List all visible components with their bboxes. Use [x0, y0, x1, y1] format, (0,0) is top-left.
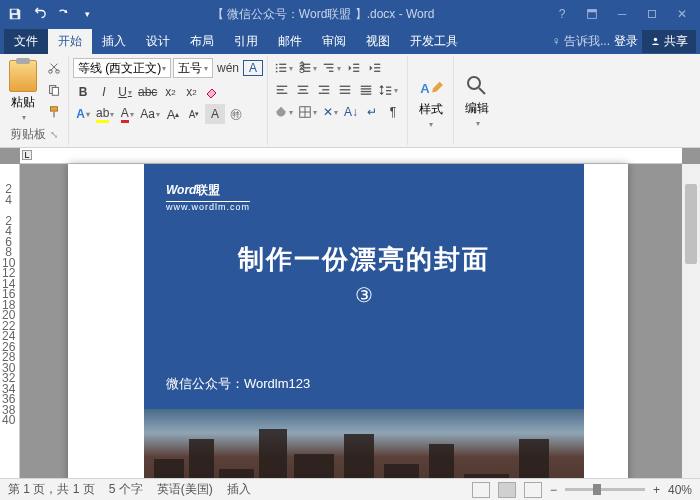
align-justify-button[interactable] — [335, 80, 355, 100]
underline-button[interactable]: U▾ — [115, 82, 135, 102]
clear-format-button[interactable] — [202, 82, 222, 102]
tell-me[interactable]: ♀ 告诉我... — [552, 33, 610, 50]
bold-button[interactable]: B — [73, 82, 93, 102]
tab-developer[interactable]: 开发工具 — [400, 29, 468, 54]
subscript-button[interactable]: x2 — [160, 82, 180, 102]
enclose-char-button[interactable]: ㊕ — [226, 104, 246, 124]
asian-layout-button[interactable]: ✕▾ — [320, 102, 340, 122]
sort-button[interactable]: A↓ — [341, 102, 361, 122]
increase-indent-button[interactable] — [365, 58, 385, 78]
font-size-combo[interactable]: 五号▾ — [173, 58, 213, 78]
cover-image — [144, 409, 584, 478]
bullets-button[interactable]: ▾ — [272, 58, 295, 78]
svg-rect-23 — [303, 71, 310, 72]
view-read-button[interactable] — [472, 482, 490, 498]
italic-button[interactable]: I — [94, 82, 114, 102]
cover-slide: Word联盟 www.wordlm.com 制作一份漂亮的封面 ③ 微信公众号：… — [144, 164, 584, 409]
format-painter-button[interactable] — [44, 102, 64, 122]
maximize-button[interactable] — [638, 2, 666, 26]
line-spacing-button[interactable]: ▾ — [377, 80, 400, 100]
grow-font-button[interactable]: A▴ — [163, 104, 183, 124]
zoom-out-button[interactable]: − — [550, 483, 557, 497]
svg-rect-29 — [353, 71, 359, 72]
clipboard-launcher[interactable]: ⤡ — [50, 129, 58, 140]
save-button[interactable] — [4, 3, 26, 25]
ribbon-options-button[interactable] — [578, 2, 606, 26]
highlight-button[interactable]: ab▾ — [94, 104, 116, 124]
minimize-button[interactable]: ─ — [608, 2, 636, 26]
zoom-slider[interactable] — [565, 488, 645, 491]
view-web-button[interactable] — [524, 482, 542, 498]
svg-rect-10 — [51, 107, 58, 111]
svg-rect-1 — [12, 15, 17, 19]
tab-review[interactable]: 审阅 — [312, 29, 356, 54]
paragraph-marks-button[interactable]: ¶ — [383, 102, 403, 122]
status-insert[interactable]: 插入 — [227, 481, 251, 498]
svg-rect-46 — [361, 88, 372, 89]
svg-rect-47 — [361, 91, 372, 92]
editing-button[interactable]: 编辑▾ — [461, 72, 493, 130]
zoom-in-button[interactable]: + — [653, 483, 660, 497]
cover-number: ③ — [166, 283, 562, 307]
qat-customize[interactable]: ▾ — [76, 3, 98, 25]
tab-references[interactable]: 引用 — [224, 29, 268, 54]
tab-selector[interactable]: L — [22, 150, 32, 160]
numbering-button[interactable]: 123▾ — [296, 58, 319, 78]
redo-button[interactable] — [52, 3, 74, 25]
ruler-horizontal[interactable]: L — [20, 148, 682, 164]
login-link[interactable]: 登录 — [614, 33, 638, 50]
shading-button[interactable]: ▾ — [272, 102, 295, 122]
paste-button[interactable]: 粘贴 ▾ — [4, 58, 42, 124]
clipboard-label: 剪贴板 — [10, 126, 46, 143]
show-marks-button[interactable]: ↵ — [362, 102, 382, 122]
char-border-button[interactable]: A — [243, 60, 263, 76]
tab-design[interactable]: 设计 — [136, 29, 180, 54]
styles-button[interactable]: A 样式▾ — [414, 71, 448, 131]
share-button[interactable]: 共享 — [642, 30, 696, 53]
svg-rect-51 — [386, 94, 391, 95]
align-left-button[interactable] — [272, 80, 292, 100]
align-right-button[interactable] — [314, 80, 334, 100]
scrollbar-vertical[interactable] — [682, 164, 700, 478]
cover-logo: Word联盟 — [166, 178, 562, 199]
font-name-combo[interactable]: 等线 (西文正文)▾ — [73, 58, 171, 78]
multilevel-button[interactable]: ▾ — [320, 58, 343, 78]
document-page[interactable]: Word联盟 www.wordlm.com 制作一份漂亮的封面 ③ 微信公众号：… — [68, 164, 628, 478]
align-center-button[interactable] — [293, 80, 313, 100]
status-words[interactable]: 5 个字 — [109, 481, 143, 498]
tab-layout[interactable]: 布局 — [180, 29, 224, 54]
font-color-button[interactable]: A▾ — [117, 104, 137, 124]
tab-home[interactable]: 开始 — [48, 29, 92, 54]
zoom-level[interactable]: 40% — [668, 483, 692, 497]
cut-button[interactable] — [44, 58, 64, 78]
status-page[interactable]: 第 1 页，共 1 页 — [8, 481, 95, 498]
styles-label: 样式 — [419, 101, 443, 118]
view-print-button[interactable] — [498, 482, 516, 498]
tab-view[interactable]: 视图 — [356, 29, 400, 54]
ruler-vertical[interactable]: 24246810121416182022242628303234363840 — [0, 164, 20, 478]
shrink-font-button[interactable]: A▾ — [184, 104, 204, 124]
tab-mail[interactable]: 邮件 — [268, 29, 312, 54]
decrease-indent-button[interactable] — [344, 58, 364, 78]
help-button[interactable]: ? — [548, 2, 576, 26]
change-case-button[interactable]: Aa▾ — [138, 104, 162, 124]
tab-insert[interactable]: 插入 — [92, 29, 136, 54]
strikethrough-button[interactable]: abc — [136, 82, 159, 102]
status-language[interactable]: 英语(美国) — [157, 481, 213, 498]
superscript-button[interactable]: x2 — [181, 82, 201, 102]
borders-button[interactable]: ▾ — [296, 102, 319, 122]
char-shading-button[interactable]: A — [205, 104, 225, 124]
scroll-thumb[interactable] — [685, 184, 697, 264]
paste-label: 粘贴 — [11, 94, 35, 111]
group-paragraph: ▾ 123▾ ▾ ▾ ▾ ▾ ✕▾ A↓ ↵ ¶ — [268, 56, 408, 145]
phonetic-guide-button[interactable]: wén — [215, 58, 241, 78]
svg-rect-42 — [340, 86, 351, 87]
distributed-button[interactable] — [356, 80, 376, 100]
undo-button[interactable] — [28, 3, 50, 25]
svg-rect-4 — [649, 11, 656, 18]
tab-file[interactable]: 文件 — [4, 29, 48, 54]
close-button[interactable]: ✕ — [668, 2, 696, 26]
svg-rect-38 — [298, 93, 309, 94]
text-effects-button[interactable]: A▾ — [73, 104, 93, 124]
copy-button[interactable] — [44, 80, 64, 100]
